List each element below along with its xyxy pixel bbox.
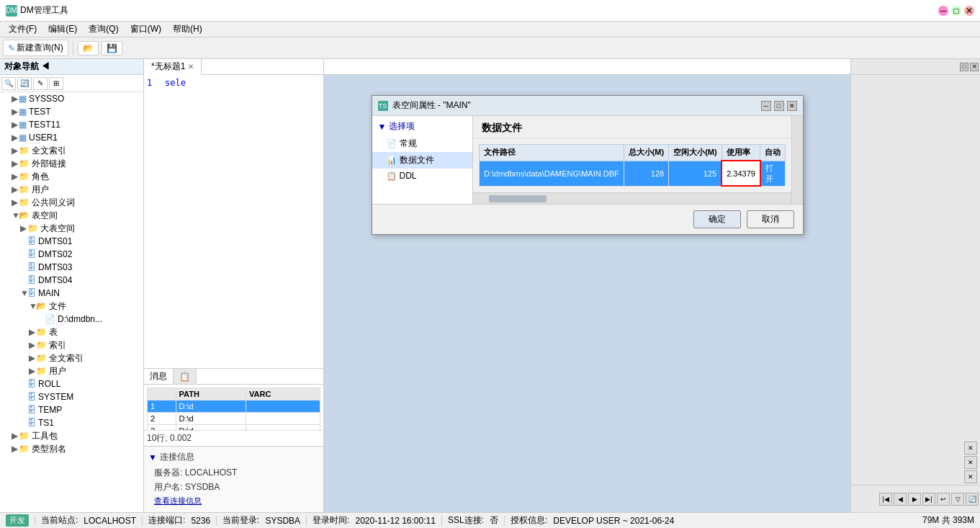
tree-item-user[interactable]: ▶ 📁 用户: [0, 183, 143, 196]
ssl-value: 否: [490, 514, 498, 527]
nav-last-button[interactable]: ▶|: [922, 493, 935, 506]
modal-minimize-button[interactable]: ─: [761, 101, 771, 111]
folder-icon: 📁: [36, 353, 47, 363]
nav-sort-button[interactable]: 🔄: [966, 493, 979, 506]
refresh-button[interactable]: 🔄: [17, 77, 32, 90]
tree-item-role[interactable]: ▶ 📁 角色: [0, 170, 143, 183]
db-icon: 🗄: [27, 249, 36, 259]
modal-maximize-button[interactable]: □: [774, 101, 784, 111]
right-scroll-panel: □ ✕ ✕ ✕ ✕ |◀ ◀ ▶ ▶| ↩ ▽ 🔄: [850, 59, 980, 512]
folder-icon: 📁: [27, 223, 38, 233]
table-row[interactable]: 2 D:\d: [148, 413, 320, 425]
modal-title-bar: TS 表空间属性 - "MAIN" ─ □ ✕: [372, 96, 803, 116]
tree-item-main-files[interactable]: ▼ 📂 文件: [0, 300, 143, 313]
tree-item-main-index[interactable]: ▶ 📁 索引: [0, 339, 143, 352]
sidebar-item-ddl[interactable]: 📋 DDL: [372, 169, 473, 183]
confirm-button[interactable]: 确定: [693, 210, 741, 228]
maximize-button[interactable]: □: [951, 6, 961, 16]
row-path: D:\d: [176, 425, 246, 431]
tree-item-dmts01[interactable]: 🗄 DMTS01: [0, 235, 143, 248]
nav-btn-1[interactable]: ✕: [964, 442, 977, 455]
edit-button[interactable]: ✎: [33, 77, 48, 90]
tree-item-user1[interactable]: ▶ ▦ USER1: [0, 131, 143, 144]
tree-item-tablespace[interactable]: ▼ 📂 表空间: [0, 209, 143, 222]
menu-edit[interactable]: 编辑(E): [42, 22, 83, 37]
tree-item-ts1[interactable]: 🗄 TS1: [0, 416, 143, 429]
tree-item-main[interactable]: ▼ 🗄 MAIN: [0, 287, 143, 300]
close-right-button[interactable]: ✕: [970, 63, 979, 71]
tree-item-roll[interactable]: 🗄 ROLL: [0, 377, 143, 390]
tree-item-test[interactable]: ▶ ▦ TEST: [0, 105, 143, 118]
tree-item-main-table[interactable]: ▶ 📁 表: [0, 326, 143, 339]
expand-icon: ▶: [29, 366, 36, 376]
menu-query[interactable]: 查询(Q): [83, 22, 124, 37]
tree-label-user: 用户: [32, 184, 49, 196]
nav-first-button[interactable]: |◀: [879, 493, 892, 506]
close-button[interactable]: ✕: [964, 6, 974, 16]
menu-help[interactable]: 帮助(H): [167, 22, 208, 37]
sidebar-section-options[interactable]: ▼ 选择项: [372, 119, 473, 134]
tab-messages[interactable]: 消息: [144, 369, 174, 384]
table-row[interactable]: 1 D:\d: [148, 401, 320, 413]
tree-item-main-user[interactable]: ▶ 📁 用户: [0, 364, 143, 377]
modal-vertical-scrollbar[interactable]: [791, 116, 802, 204]
minimize-button[interactable]: ─: [938, 6, 948, 16]
datafile-row[interactable]: D:\dmdbms\data\DAMENG\MAIN.DBF 128 125 2…: [480, 161, 786, 186]
tree-item-main-dbf[interactable]: 📄 D:\dmdbn...: [0, 313, 143, 326]
col-varc: VARC: [246, 388, 320, 401]
tree-item-temp[interactable]: 🗄 TEMP: [0, 403, 143, 416]
status-sep-6: [504, 516, 505, 526]
tree-item-synonym[interactable]: ▶ 📁 公共同义词: [0, 196, 143, 209]
tree-item-test11[interactable]: ▶ ▦ TEST11: [0, 118, 143, 131]
tree-label-external: 外部链接: [32, 158, 66, 170]
data-files-table-area: 文件路径 总大小(M) 空闲大小(M) 使用率 自动: [473, 138, 791, 192]
tree-item-dmts02[interactable]: 🗄 DMTS02: [0, 248, 143, 261]
tab-close-button[interactable]: ✕: [188, 63, 194, 71]
tab-results[interactable]: 📋: [174, 369, 197, 384]
tree-item-dmts04[interactable]: 🗄 DMTS04: [0, 274, 143, 287]
sql-editor[interactable]: 1 sele: [144, 75, 323, 368]
filter-button[interactable]: ⊞: [49, 77, 63, 90]
menu-file[interactable]: 文件(F): [3, 22, 42, 37]
right-area: □ ✕ ✕ ✕ ✕ |◀ ◀ ▶ ▶| ↩ ▽ 🔄: [324, 59, 980, 512]
file-path: D:\dmdbms\data\DAMENG\MAIN.DBF: [480, 161, 624, 186]
conn-section-header[interactable]: ▼ 连接信息: [148, 451, 319, 463]
nav-prev-button[interactable]: ◀: [894, 493, 907, 506]
tree-item-fulltext[interactable]: ▶ 📁 全文索引: [0, 144, 143, 157]
folder-icon: 📁: [19, 146, 30, 156]
search-button[interactable]: 🔍: [1, 77, 16, 90]
scroll-thumb: [489, 195, 547, 202]
file-total: 128: [624, 161, 669, 186]
sql-tab-untitled[interactable]: *无标题1 ✕: [144, 59, 202, 75]
modal-close-button[interactable]: ✕: [787, 101, 797, 111]
new-query-button[interactable]: ✎ 新建查询(N): [3, 40, 68, 56]
sidebar-item-general[interactable]: 📄 常规: [372, 135, 473, 152]
tree-item-tools[interactable]: ▶ 📁 工具包: [0, 429, 143, 442]
view-conn-link[interactable]: 查看连接信息: [154, 496, 202, 505]
sidebar-item-datafiles[interactable]: 📊 数据文件: [372, 152, 473, 169]
tree-item-big-ts[interactable]: ▶ 📁 大表空间: [0, 222, 143, 235]
tree-label-main-fulltext: 全文索引: [49, 352, 84, 364]
port-value: 5236: [191, 516, 210, 526]
nav-next-button[interactable]: ▶: [908, 493, 921, 506]
modal-horizontal-scrollbar[interactable]: [473, 192, 791, 204]
tree-item-system[interactable]: 🗄 SYSTEM: [0, 390, 143, 403]
nav-refresh-button[interactable]: ↩: [937, 493, 950, 506]
tree-item-main-fulltext[interactable]: ▶ 📁 全文索引: [0, 352, 143, 364]
tree-item-dmts03[interactable]: 🗄 DMTS03: [0, 261, 143, 274]
save-button[interactable]: 💾: [102, 41, 122, 55]
cancel-button[interactable]: 取消: [747, 210, 794, 228]
nav-btn-2[interactable]: ✕: [964, 456, 977, 469]
tree-item-syssso[interactable]: ▶ ▦ SYSSSO: [0, 92, 143, 105]
sql-tab-bar: *无标题1 ✕: [144, 59, 323, 75]
tree-item-external[interactable]: ▶ 📁 外部链接: [0, 157, 143, 170]
nav-filter-button[interactable]: ▽: [951, 493, 964, 506]
datafiles-icon: 📊: [387, 156, 397, 165]
table-row[interactable]: 3 D:\d: [148, 425, 320, 431]
menu-window[interactable]: 窗口(W): [125, 22, 167, 37]
tree-item-typealias[interactable]: ▶ 📁 类型别名: [0, 442, 143, 455]
row-num: 3: [148, 425, 176, 431]
open-button[interactable]: 📂: [78, 41, 99, 55]
nav-btn-3[interactable]: ✕: [964, 470, 977, 483]
maximize-right-button[interactable]: □: [960, 63, 968, 71]
